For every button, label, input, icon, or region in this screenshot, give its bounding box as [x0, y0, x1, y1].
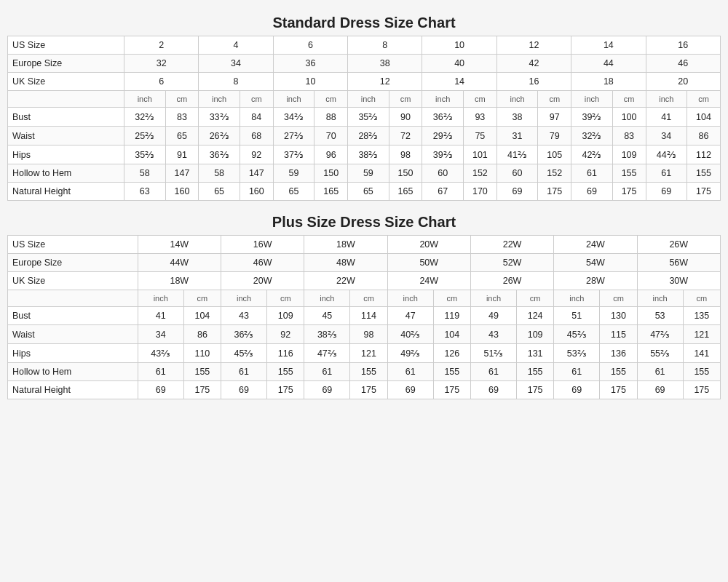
plus-col-headers: inch cm inch cm inch cm inch cm inch cm …: [8, 290, 721, 307]
cell: 126: [433, 344, 470, 363]
row-label: Bust: [8, 108, 124, 127]
cell: 41: [138, 307, 183, 325]
plus-col-inch-1: inch: [138, 290, 183, 307]
plus-eu-54w: 54W: [554, 254, 637, 272]
cell: 61: [221, 363, 266, 381]
plus-uk-28w: 28W: [554, 272, 637, 290]
cell: 147: [165, 164, 199, 183]
table-row: Hollow to Hem581475814759150591506015260…: [8, 164, 721, 183]
cell: 131: [517, 344, 554, 363]
cell: 155: [687, 164, 721, 183]
cell: 165: [314, 183, 348, 201]
cell: 43⅔: [138, 344, 183, 363]
cell: 39⅔: [422, 146, 464, 164]
cell: 175: [612, 183, 646, 201]
cell: 41⅔: [496, 146, 538, 164]
cell: 100: [612, 108, 646, 127]
standard-us-size-row: US Size 2 4 6 8 10 12 14 16: [8, 36, 721, 55]
plus-us-26w: 26W: [637, 236, 720, 254]
cell: 40⅔: [387, 325, 433, 344]
plus-uk-label: UK Size: [8, 272, 138, 290]
cell: 28⅔: [348, 127, 389, 146]
cell: 105: [538, 146, 571, 164]
standard-col-inch-8: inch: [646, 91, 687, 108]
plus-chart-section: Plus Size Dress Size Chart US Size 14W 1…: [7, 214, 721, 399]
cell: 88: [314, 108, 348, 127]
standard-col-inch-3: inch: [273, 91, 314, 108]
cell: 175: [433, 381, 470, 399]
plus-col-inch-5: inch: [470, 290, 516, 307]
cell: 121: [350, 344, 387, 363]
plus-uk-24w: 24W: [387, 272, 470, 290]
cell: 32⅔: [124, 108, 166, 127]
cell: 141: [683, 344, 720, 363]
standard-eu-38: 38: [348, 55, 422, 73]
plus-col-cm-6: cm: [600, 290, 637, 307]
cell: 91: [165, 146, 199, 164]
table-row: Bust32⅔8333⅔8434⅔8835⅔9036⅔93389739⅔1004…: [8, 108, 721, 127]
cell: 150: [314, 164, 348, 183]
cell: 155: [183, 363, 221, 381]
cell: 44⅔: [646, 146, 687, 164]
cell: 69: [304, 381, 350, 399]
row-label: Waist: [8, 127, 124, 146]
cell: 32⅔: [571, 127, 613, 146]
cell: 160: [165, 183, 199, 201]
cell: 90: [389, 108, 422, 127]
standard-eu-34: 34: [199, 55, 273, 73]
cell: 60: [496, 164, 538, 183]
cell: 59: [348, 164, 389, 183]
standard-col-inch-2: inch: [199, 91, 240, 108]
cell: 27⅔: [273, 127, 314, 146]
standard-col-inch-5: inch: [422, 91, 464, 108]
cell: 53⅔: [554, 344, 600, 363]
cell: 41: [646, 108, 687, 127]
standard-uk-12: 12: [348, 73, 422, 91]
cell: 175: [350, 381, 387, 399]
row-label: Waist: [8, 325, 138, 344]
cell: 36⅔: [199, 146, 240, 164]
standard-data-rows: Bust32⅔8333⅔8434⅔8835⅔9036⅔93389739⅔1004…: [8, 108, 721, 201]
cell: 45: [304, 307, 350, 325]
cell: 65: [273, 183, 314, 201]
table-row: Bust41104431094511447119491245113053135: [8, 307, 721, 325]
standard-uk-10: 10: [273, 73, 347, 91]
cell: 152: [538, 164, 571, 183]
cell: 104: [433, 325, 470, 344]
cell: 83: [612, 127, 646, 146]
cell: 58: [199, 164, 240, 183]
plus-uk-18w: 18W: [138, 272, 221, 290]
plus-uk-26w: 26W: [470, 272, 553, 290]
plus-us-18w: 18W: [304, 236, 387, 254]
cell: 75: [463, 127, 496, 146]
plus-uk-22w: 22W: [304, 272, 387, 290]
standard-uk-18: 18: [571, 73, 646, 91]
standard-col-cm-1: cm: [165, 91, 199, 108]
cell: 34⅔: [273, 108, 314, 127]
cell: 147: [240, 164, 273, 183]
cell: 104: [687, 108, 721, 127]
cell: 104: [183, 307, 221, 325]
cell: 36⅔: [221, 325, 266, 344]
cell: 109: [517, 325, 554, 344]
cell: 39⅔: [571, 108, 613, 127]
cell: 165: [389, 183, 422, 201]
cell: 116: [267, 344, 304, 363]
cell: 45⅔: [554, 325, 600, 344]
plus-eu-56w: 56W: [637, 254, 720, 272]
row-label: Hollow to Hem: [8, 164, 124, 183]
cell: 86: [687, 127, 721, 146]
plus-uk-size-row: UK Size 18W 20W 22W 24W 26W 28W 30W: [8, 272, 721, 290]
standard-uk-16: 16: [496, 73, 571, 91]
cell: 68: [240, 127, 273, 146]
cell: 155: [683, 363, 720, 381]
cell: 61: [571, 164, 613, 183]
cell: 47⅔: [637, 325, 683, 344]
plus-chart-title: Plus Size Dress Size Chart: [7, 214, 721, 231]
cell: 155: [612, 164, 646, 183]
cell: 47: [387, 307, 433, 325]
standard-eu-40: 40: [422, 55, 496, 73]
cell: 110: [183, 344, 221, 363]
standard-eu-46: 46: [646, 55, 720, 73]
cell: 37⅔: [273, 146, 314, 164]
